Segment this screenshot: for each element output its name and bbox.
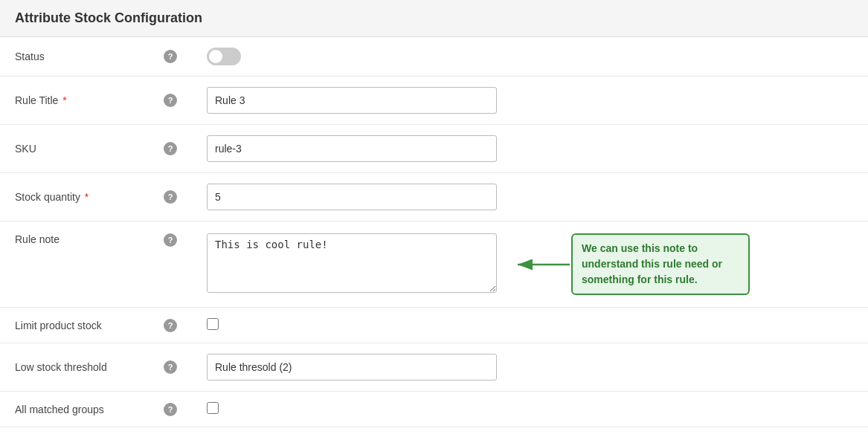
sku-help-icon[interactable]: ? xyxy=(164,142,177,155)
all-matched-groups-control-cell xyxy=(192,392,868,427)
all-matched-groups-checkbox[interactable] xyxy=(207,402,219,414)
stock-quantity-help-cell: ? xyxy=(149,173,192,221)
sku-row: SKU ? xyxy=(0,125,868,173)
low-stock-threshold-row: Low stock threshold ? xyxy=(0,343,868,392)
sku-label: SKU xyxy=(0,125,149,173)
low-stock-threshold-label: Low stock threshold xyxy=(0,343,149,392)
rule-title-required-marker: * xyxy=(60,94,66,106)
sku-control-cell xyxy=(192,125,868,173)
stock-quantity-label: Stock quantity * xyxy=(0,173,149,221)
limit-product-stock-label: Limit product stock xyxy=(0,308,149,343)
rule-title-input[interactable] xyxy=(207,87,497,114)
all-matched-groups-help-icon[interactable]: ? xyxy=(164,403,177,416)
rule-note-annotation: We can use this note to understand this … xyxy=(512,233,750,295)
rule-note-help-icon[interactable]: ? xyxy=(164,233,177,247)
low-stock-threshold-control-cell xyxy=(192,343,868,392)
low-stock-threshold-help-icon[interactable]: ? xyxy=(164,360,177,374)
annotation-arrow-icon xyxy=(512,250,571,279)
rule-title-label: Rule Title * xyxy=(0,77,149,125)
stock-quantity-required-marker: * xyxy=(82,191,89,203)
stock-quantity-input[interactable] xyxy=(207,184,497,210)
all-matched-groups-label: All matched groups xyxy=(0,392,149,427)
status-help-icon[interactable]: ? xyxy=(164,50,177,63)
low-stock-threshold-input[interactable] xyxy=(207,354,497,380)
annotation-bubble: We can use this note to understand this … xyxy=(571,233,750,295)
sku-help-cell: ? xyxy=(149,125,192,173)
limit-product-stock-control-cell xyxy=(192,308,868,343)
limit-product-stock-help-cell: ? xyxy=(149,308,192,343)
stock-quantity-help-icon[interactable]: ? xyxy=(164,190,177,204)
rule-note-control-cell: This is cool rule! We can use this note … xyxy=(192,221,868,308)
rule-note-row: Rule note ? This is cool rule! xyxy=(0,221,868,308)
all-matched-groups-row: All matched groups ? xyxy=(0,392,868,427)
rule-title-help-cell: ? xyxy=(149,77,192,125)
rule-note-label: Rule note xyxy=(0,221,149,308)
all-matched-groups-help-cell: ? xyxy=(149,392,192,427)
rule-title-row: Rule Title * ? xyxy=(0,77,868,125)
status-toggle[interactable] xyxy=(207,48,241,65)
status-label: Status xyxy=(0,37,149,77)
low-stock-threshold-help-cell: ? xyxy=(149,343,192,392)
page-wrapper: Attribute Stock Configuration Status ? R… xyxy=(0,0,868,434)
status-row: Status ? xyxy=(0,37,868,77)
sku-input[interactable] xyxy=(207,135,497,162)
form-table: Status ? Rule Title * ? xyxy=(0,37,868,427)
limit-product-stock-row: Limit product stock ? xyxy=(0,308,868,343)
rule-note-help-cell: ? xyxy=(149,221,192,308)
status-help-cell: ? xyxy=(149,37,192,77)
rule-title-control-cell xyxy=(192,77,868,125)
page-header: Attribute Stock Configuration xyxy=(0,0,868,37)
status-control-cell xyxy=(192,37,868,77)
page-title: Attribute Stock Configuration xyxy=(15,10,853,26)
limit-product-stock-checkbox[interactable] xyxy=(207,318,219,330)
limit-product-stock-help-icon[interactable]: ? xyxy=(164,319,177,332)
rule-title-help-icon[interactable]: ? xyxy=(164,94,177,107)
stock-quantity-row: Stock quantity * ? xyxy=(0,173,868,221)
rule-note-textarea[interactable]: This is cool rule! xyxy=(207,233,497,293)
stock-quantity-control-cell xyxy=(192,173,868,221)
status-toggle-slider xyxy=(207,48,241,65)
